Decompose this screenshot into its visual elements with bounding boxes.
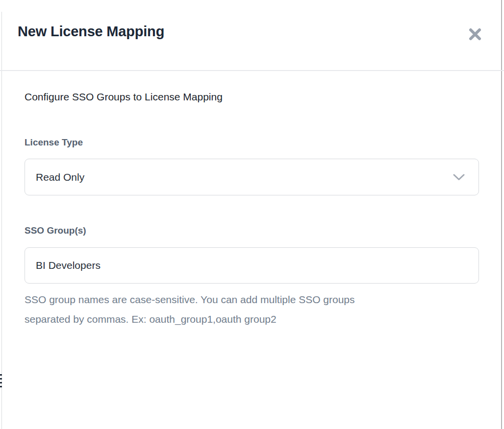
license-type-select[interactable]: Read Only <box>25 159 479 195</box>
help-text-line: SSO group names are case-sensitive. You … <box>25 290 456 310</box>
license-type-label: License Type <box>25 137 83 148</box>
license-mapping-modal: New License Mapping Configure SSO Groups… <box>0 0 504 429</box>
background-page-edge <box>1 12 2 429</box>
chevron-down-icon <box>453 174 465 181</box>
sso-groups-help-text: SSO group names are case-sensitive. You … <box>25 290 456 329</box>
header-divider <box>0 70 504 71</box>
window-edge <box>501 0 502 429</box>
modal-subtitle: Configure SSO Groups to License Mapping <box>25 91 223 103</box>
license-type-selected-value: Read Only <box>36 171 84 183</box>
help-text-line: separated by commas. Ex: oauth_group1,oa… <box>25 310 456 329</box>
close-icon <box>468 27 482 41</box>
clipped-menu-icon <box>0 374 2 388</box>
sso-groups-label: SSO Group(s) <box>25 225 86 236</box>
close-button[interactable] <box>466 25 484 43</box>
sso-groups-input[interactable] <box>25 247 479 284</box>
modal-title: New License Mapping <box>18 24 164 40</box>
